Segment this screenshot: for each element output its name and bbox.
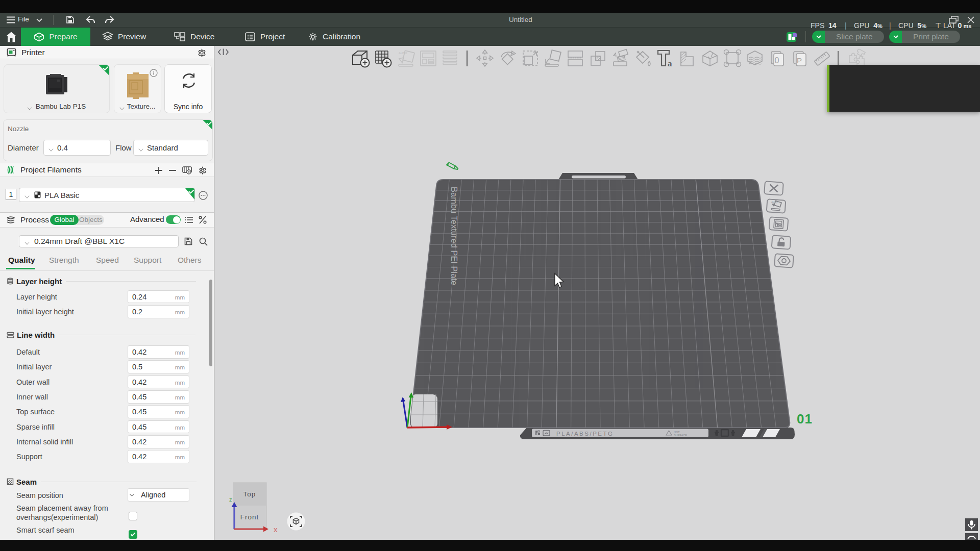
svg-text:P: P xyxy=(797,56,802,65)
svg-text:Bambu Textured PEI Plate: Bambu Textured PEI Plate xyxy=(450,187,459,285)
svg-text:x: x xyxy=(274,525,278,534)
svg-text:AUTO: AUTO xyxy=(399,52,407,55)
svg-text:SURFACE: SURFACE xyxy=(674,434,687,437)
svg-text:a: a xyxy=(668,59,672,68)
svg-text:01: 01 xyxy=(797,411,813,427)
svg-text:PLA/ABS/PETG: PLA/ABS/PETG xyxy=(556,431,614,437)
svg-text:AUTO: AUTO xyxy=(771,201,778,204)
svg-text:Top: Top xyxy=(243,490,256,498)
svg-text:z: z xyxy=(229,496,232,503)
svg-text:Front: Front xyxy=(240,513,259,521)
svg-text:0: 0 xyxy=(775,56,779,65)
